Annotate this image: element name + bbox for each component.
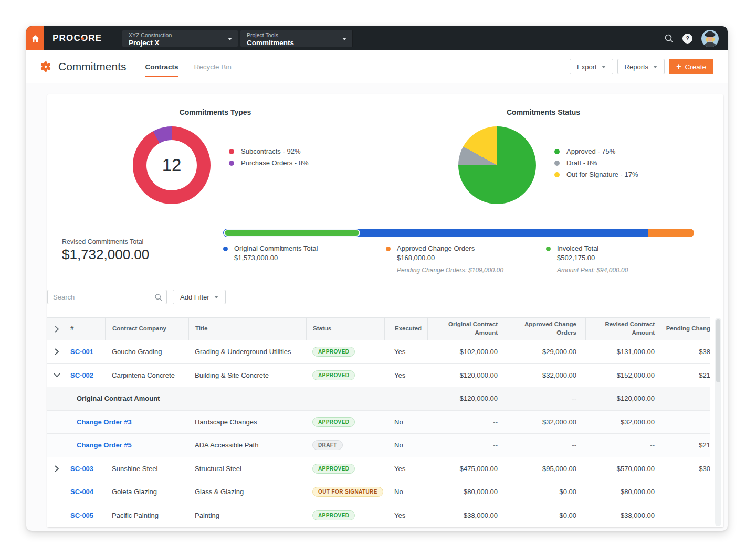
cell-executed: Yes	[384, 504, 427, 527]
avatar-photo	[701, 30, 719, 47]
table-row: Change Order #3Hardscape ChangesAPPROVED…	[47, 411, 710, 434]
cell-orig: --	[427, 434, 507, 457]
cell-company: Sunshine Steel	[105, 457, 188, 480]
tab-recycle-bin[interactable]: Recycle Bin	[194, 50, 232, 83]
plus-icon: +	[676, 62, 681, 71]
amount-value: $0.00	[559, 511, 576, 519]
contract-link[interactable]: SC-003	[70, 465, 93, 473]
cell-number: SC-002	[69, 364, 105, 387]
cell-appr: $0.00	[507, 504, 585, 527]
status-badge: APPROVED	[312, 417, 355, 427]
legend-dot-icon	[554, 161, 560, 166]
cell-status: APPROVED	[306, 504, 384, 527]
types-chart-legend: Subcontracts - 92%Purchase Orders - 8%	[229, 147, 309, 167]
executed-value: Yes	[394, 511, 405, 519]
chevron-right-icon[interactable]	[55, 465, 59, 472]
reports-button[interactable]: Reports	[617, 59, 665, 74]
create-button[interactable]: + Create	[669, 59, 713, 74]
avatar[interactable]	[701, 30, 719, 47]
cell-status: APPROVED	[306, 340, 384, 363]
contract-link[interactable]: SC-004	[70, 488, 93, 496]
contract-link[interactable]: SC-005	[70, 511, 93, 519]
cell-orig: $102,000.00	[427, 340, 507, 363]
amount-value: $102,000.00	[460, 348, 498, 356]
amount-value: $0.00	[559, 488, 576, 496]
tab-contracts[interactable]: Contracts	[145, 50, 178, 83]
search-input[interactable]	[48, 290, 166, 304]
table-header-row: #Contract CompanyTitleStatusExecutedOrig…	[47, 317, 710, 340]
amount-value: $80,000.00	[621, 488, 655, 496]
types-donut-chart: 12	[133, 126, 211, 204]
add-filter-button[interactable]: Add Filter	[173, 290, 226, 304]
help-button[interactable]: ?	[682, 34, 692, 44]
amount-value: $30	[699, 465, 710, 473]
column-header-status[interactable]: Status	[306, 318, 384, 340]
column-header-num[interactable]: #	[69, 318, 105, 340]
chevron-right-icon[interactable]	[55, 348, 59, 355]
amount-value: $29,000.00	[542, 348, 576, 356]
amount-value: $120,000.00	[617, 394, 655, 402]
contract-link[interactable]: SC-002	[70, 371, 93, 379]
legend-label: Purchase Orders - 8%	[241, 159, 309, 167]
cell-expand	[47, 480, 69, 504]
search-icon[interactable]	[664, 34, 674, 43]
caret-down-icon	[602, 66, 606, 68]
amount-value: $475,000.00	[460, 465, 498, 473]
reports-label: Reports	[625, 63, 649, 71]
export-button[interactable]: Export	[570, 59, 613, 74]
column-header-title[interactable]: Title	[188, 318, 306, 340]
legend-item: Out for Signature - 17%	[554, 170, 638, 178]
executed-value: Yes	[394, 465, 405, 473]
amount-value: $38,000.00	[621, 511, 655, 519]
column-header-executed[interactable]: Executed	[384, 318, 427, 340]
column-header-rev[interactable]: Revised Contract Amount	[585, 318, 664, 340]
column-header-label: Approved Change Orders	[507, 320, 576, 337]
cell-pend: $21	[664, 364, 710, 387]
column-header-label: Revised Contract Amount	[586, 320, 655, 337]
column-header-label: Status	[313, 325, 331, 333]
project-selector-value: Project X	[129, 39, 232, 47]
cell-expand	[47, 457, 69, 480]
column-header-company[interactable]: Contract Company	[105, 318, 188, 340]
cell-number: SC-004	[69, 480, 105, 504]
column-header-expand[interactable]	[47, 318, 69, 340]
home-button[interactable]	[26, 26, 44, 50]
caret-down-icon	[228, 38, 232, 40]
change-order-link[interactable]: Change Order #5	[77, 441, 132, 449]
tool-selector[interactable]: Project Tools Commitments	[240, 30, 353, 47]
amount-value: $21	[699, 371, 710, 379]
executed-value: No	[394, 418, 403, 426]
cell-label-span: Change Order #5	[69, 434, 188, 457]
cell-rev: --	[585, 434, 664, 457]
subtotal-label: Original Contract Amount	[77, 394, 160, 402]
column-header-label: Executed	[395, 325, 422, 333]
change-order-link[interactable]: Change Order #3	[77, 418, 132, 426]
cell-company: Pacific Painting	[105, 504, 188, 527]
company-name: Carpinteria Concrete	[112, 371, 175, 379]
table-scrollbar[interactable]	[715, 318, 721, 526]
chevron-down-icon[interactable]	[55, 372, 59, 379]
bar-legend-note: Amount Paid: $94,000.00	[557, 266, 628, 274]
amount-value: $120,000.00	[460, 394, 498, 402]
scrollbar-thumb[interactable]	[716, 319, 720, 382]
cell-appr: $32,000.00	[507, 364, 585, 387]
column-header-pend[interactable]: Pending Chang	[664, 318, 710, 340]
donut-center-value: 12	[162, 155, 182, 175]
column-header-appr[interactable]: Approved Change Orders	[507, 318, 585, 340]
filter-toolbar: Add Filter	[47, 286, 723, 317]
contract-link[interactable]: SC-001	[70, 348, 93, 356]
bar-legend-text: Approved Change Orders$168,000.00Pending…	[397, 244, 503, 274]
column-header-orig[interactable]: Original Contract Amount	[427, 318, 507, 340]
cell-title: Grading & Underground Utilities	[188, 340, 306, 363]
project-selector[interactable]: XYZ Construction Project X	[122, 30, 238, 47]
legend-dot-icon	[223, 247, 228, 251]
cell-pend: $21	[664, 434, 710, 457]
cell-rev: $152,000.00	[585, 364, 664, 387]
legend-item: Subcontracts - 92%	[229, 147, 309, 155]
procore-logo: PROCORE	[52, 33, 102, 44]
cell-orig: $475,000.00	[427, 457, 507, 480]
cell-number: SC-001	[69, 340, 105, 363]
status-badge: OUT FOR SIGNATURE	[312, 487, 383, 497]
title-text: Structural Steel	[195, 465, 242, 473]
column-header-label: #	[70, 325, 74, 333]
